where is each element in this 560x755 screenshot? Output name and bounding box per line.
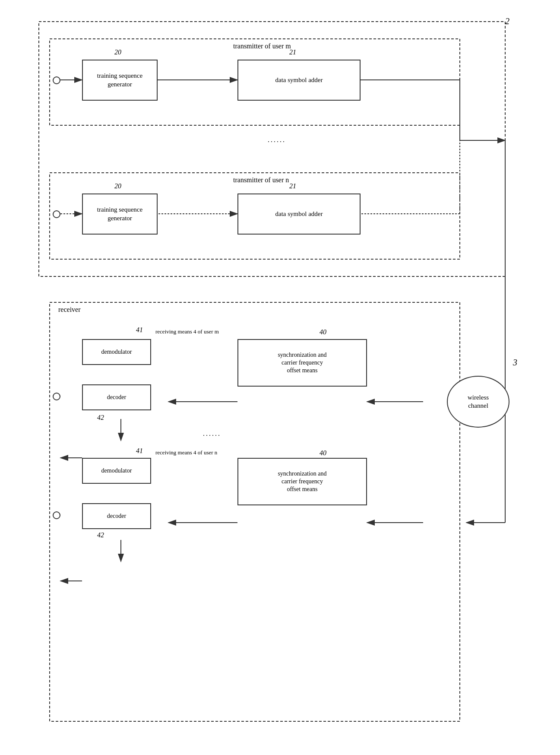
num-20b: 20 bbox=[114, 182, 121, 190]
num-41a-slash: 41 bbox=[136, 326, 143, 334]
receiving-m-label: receiving means 4 of user m bbox=[155, 328, 219, 335]
input-circle-m bbox=[53, 76, 60, 84]
transmitter-m-label: transmitter of user m bbox=[233, 42, 291, 50]
num-42b: 42 bbox=[97, 531, 104, 539]
num-41b-slash: 41 bbox=[136, 447, 143, 455]
diagram-container: 2 transmitter of user m 20 training sequ… bbox=[26, 13, 535, 747]
data-symbol-adder-m: data symbol adder bbox=[237, 60, 361, 101]
wireless-channel: wirelesschannel bbox=[447, 376, 509, 428]
num-21b: 21 bbox=[289, 182, 296, 190]
num-21a: 21 bbox=[289, 48, 296, 56]
num-20a: 20 bbox=[114, 48, 121, 56]
decoder-n: decoder bbox=[82, 503, 151, 529]
data-symbol-adder-n: data symbol adder bbox=[237, 194, 361, 235]
receiver-label: receiver bbox=[58, 306, 81, 314]
dots-2: ...... bbox=[203, 430, 221, 438]
demodulator-m: demodulator bbox=[82, 339, 151, 365]
training-seq-generator-n: training sequencegenerator bbox=[82, 194, 158, 235]
output-circle-n bbox=[53, 511, 60, 519]
input-circle-n bbox=[53, 210, 60, 218]
num-40b: 40 bbox=[320, 449, 326, 457]
receiving-n-label: receiving means 4 of user n bbox=[155, 449, 217, 456]
training-seq-generator-m: training sequencegenerator bbox=[82, 60, 158, 101]
sync-cfo-n: synchronization andcarrier frequencyoffs… bbox=[237, 458, 367, 505]
transmitter-n-label: transmitter of user n bbox=[233, 176, 289, 184]
demodulator-n: demodulator bbox=[82, 458, 151, 484]
ref-number-3: 3 bbox=[513, 358, 517, 368]
num-42a: 42 bbox=[97, 414, 104, 422]
num-40a: 40 bbox=[320, 328, 326, 336]
decoder-m: decoder bbox=[82, 384, 151, 410]
ref-number-2: 2 bbox=[505, 16, 509, 26]
dots-1: ...... bbox=[268, 136, 286, 144]
output-circle-m bbox=[53, 393, 60, 400]
sync-cfo-m: synchronization andcarrier frequencyoffs… bbox=[237, 339, 367, 387]
